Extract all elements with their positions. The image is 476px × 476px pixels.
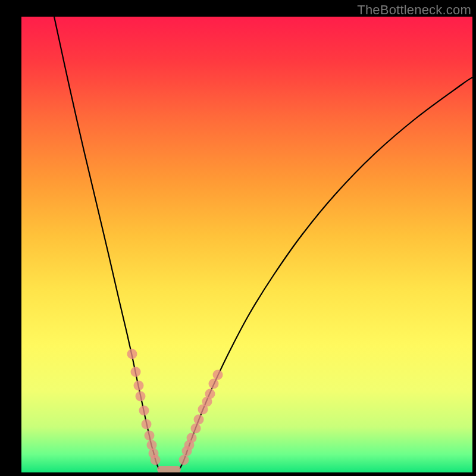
dots-right [179, 370, 223, 465]
data-dot [151, 455, 161, 465]
right-curve [180, 77, 472, 469]
data-dot [191, 424, 201, 434]
watermark-text: TheBottleneck.com [357, 2, 471, 18]
data-dot [134, 381, 144, 391]
data-dot [182, 446, 192, 456]
data-dot [147, 440, 157, 450]
data-dot [142, 419, 152, 430]
data-dot [194, 415, 204, 425]
plot-area [21, 17, 472, 472]
chart-svg [21, 17, 472, 472]
data-dot [209, 379, 219, 389]
data-dot [139, 406, 149, 416]
chart-frame: TheBottleneck.com [0, 0, 476, 476]
dots-left [127, 349, 161, 465]
data-dot [131, 367, 141, 377]
data-dot [179, 455, 189, 465]
data-dot [213, 370, 223, 380]
left-curve [54, 17, 159, 469]
data-dot [145, 431, 155, 441]
data-dot [136, 392, 146, 402]
data-dot [202, 397, 212, 407]
data-dot [127, 349, 137, 359]
bottom-bar [157, 466, 181, 472]
